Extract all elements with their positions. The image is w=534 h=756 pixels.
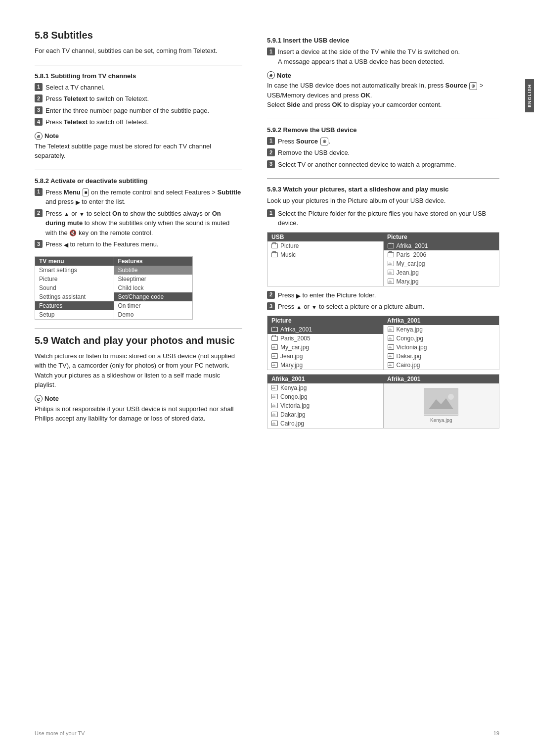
preview-item-kenya[interactable]: Kenya.jpg	[267, 383, 383, 392]
tv-menu-item-settings-assistant: Settings assistant	[35, 292, 114, 301]
note-591-text: In case the USB device does not automati…	[267, 81, 499, 110]
preview-item-victoria[interactable]: Victoria.jpg	[267, 401, 383, 410]
note-581-text: The Teletext subtitle page must be store…	[35, 142, 242, 161]
tv-menu-item-features[interactable]: Features	[35, 301, 114, 310]
img-icon-kenya-p	[271, 385, 278, 390]
tv-menu-item-setup: Setup	[35, 310, 114, 319]
pic-item-kenya[interactable]: Kenya.jpg	[384, 325, 499, 334]
section-58-title: 5.8 Subtitles	[35, 30, 242, 41]
preview-image-area: Kenya.jpg	[384, 383, 499, 428]
step-num-1: 1	[35, 83, 43, 91]
preview-header-col2: Afrika_2001	[383, 375, 499, 383]
preview-item-congo[interactable]: Congo.jpg	[267, 392, 383, 401]
step-content-581-1: Select a TV channel.	[45, 83, 242, 93]
preview-img-placeholder	[424, 388, 458, 416]
step-592-3: 3 Select TV or another connected device …	[267, 160, 499, 170]
usb-item-picture[interactable]: Picture	[267, 241, 383, 250]
pic-item-dakar[interactable]: Dakar.jpg	[384, 352, 499, 361]
tv-menu-item-set-change-code[interactable]: Set/Change code	[114, 292, 193, 301]
img-icon-mary2	[271, 362, 278, 368]
left-column: 5.8 Subtitles For each TV channel, subti…	[35, 30, 262, 726]
img-icon-mary	[388, 279, 394, 284]
preview-item-dakar[interactable]: Dakar.jpg	[267, 410, 383, 419]
img-icon-cairo-p	[271, 421, 278, 426]
picture-table-header-picture: Picture	[267, 316, 383, 325]
picture-table: Picture Afrika_2001 Afrika_2001 Paris_20…	[267, 316, 499, 370]
step-content-593-3: Press ▲ or ▼ to select a picture or a pi…	[278, 302, 499, 312]
step-581-3: 3 Enter the three number page number of …	[35, 106, 242, 116]
steps-581: 1 Select a TV channel. 2 Press Teletext …	[35, 83, 242, 127]
pic-item-mary[interactable]: Mary.jpg	[267, 361, 383, 370]
folder-icon-paris	[388, 252, 394, 257]
divider-581	[35, 65, 242, 65]
picture-table-header-afrika: Afrika_2001	[383, 316, 499, 325]
preview-item-cairo[interactable]: Cairo.jpg	[267, 419, 383, 428]
usb-item-mary[interactable]: Mary.jpg	[384, 277, 499, 286]
pic-item-mycar[interactable]: My_car.jpg	[267, 343, 383, 352]
step-content-582-1: Press Menu ■ on the remote control and s…	[45, 188, 242, 207]
folder-icon-picture	[271, 243, 278, 248]
img-icon-jean2	[271, 353, 278, 359]
step-num-582-3: 3	[35, 240, 43, 248]
steps-582: 1 Press Menu ■ on the remote control and…	[35, 188, 242, 249]
pic-item-congo[interactable]: Congo.jpg	[384, 334, 499, 343]
section-59-intro: Watch pictures or listen to music stored…	[35, 351, 242, 390]
step-content-582-2: Press ▲ or ▼ to select On to show the su…	[45, 209, 242, 238]
step-582-1: 1 Press Menu ■ on the remote control and…	[35, 188, 242, 207]
step-num-593-1: 1	[267, 209, 275, 217]
img-icon-mycar	[388, 261, 394, 266]
usb-item-music[interactable]: Music	[267, 250, 383, 259]
pic-item-afrika2001[interactable]: Afrika_2001	[267, 325, 383, 334]
img-icon-victoria-p	[271, 403, 278, 408]
divider-593	[267, 178, 499, 179]
subsection-582-title: 5.8.2 Activate or deactivate subtitling	[35, 177, 242, 185]
step-581-1: 1 Select a TV channel.	[35, 83, 242, 93]
pic-item-paris2005[interactable]: Paris_2005	[267, 334, 383, 343]
divider-582	[35, 170, 242, 170]
step-num-592-3: 3	[267, 160, 275, 168]
tv-menu-item-subtitle[interactable]: Subtitle	[114, 266, 193, 275]
note-59-text: Philips is not responsible if your USB d…	[35, 404, 242, 424]
tv-menu-item-on-timer: On timer	[114, 301, 193, 310]
usb-item-jean[interactable]: Jean.jpg	[384, 268, 499, 277]
img-icon-cairo	[388, 362, 394, 368]
section-593-intro: Look up your pictures in the Picture alb…	[267, 196, 499, 206]
picture-table-headers: Picture Afrika_2001	[267, 316, 499, 325]
folder-icon-paris2005	[271, 336, 278, 341]
preview-table: Afrika_2001 Afrika_2001 Kenya.jpg Congo.…	[267, 374, 499, 428]
img-icon-victonia	[388, 344, 394, 350]
note-icon-591: e	[267, 71, 275, 79]
svg-point-2	[448, 394, 454, 400]
tv-menu-item-child-lock: Child lock	[114, 284, 193, 292]
pic-item-jean[interactable]: Jean.jpg	[267, 352, 383, 361]
steps-592: 1 Press Source ⊕. 2 Remove the USB devic…	[267, 137, 499, 170]
picture-table-body: Afrika_2001 Paris_2005 My_car.jpg Jean.j…	[267, 325, 499, 370]
step-582-2: 2 Press ▲ or ▼ to select On to show the …	[35, 209, 242, 238]
usb-item-afrika[interactable]: Afrika_2001	[384, 241, 499, 250]
step-591-1: 1 Insert a device at the side of the TV …	[267, 47, 499, 66]
tv-menu-table: TV menu Smart settings Picture Sound Set…	[35, 256, 193, 320]
preview-list: Kenya.jpg Congo.jpg Victoria.jpg Dakar.j…	[267, 383, 384, 428]
step-content-592-2: Remove the USB device.	[278, 148, 499, 158]
source-icon-591: ⊕	[469, 82, 477, 90]
usb-table-header-usb: USB	[267, 233, 383, 241]
folder-icon-africa2001	[271, 327, 278, 332]
divider-592	[267, 119, 499, 119]
step-num-4: 4	[35, 118, 43, 126]
step-num-592-1: 1	[267, 137, 275, 145]
step-content-593-1: Select the Picture folder for the pictur…	[278, 209, 499, 228]
step-content-593-2: Press ▶ to enter the Picture folder.	[278, 290, 499, 300]
usb-item-paris[interactable]: Paris_2006	[384, 250, 499, 259]
pic-item-victonia[interactable]: Victonia.jpg	[384, 343, 499, 352]
note-59: e Note Philips is not responsible if you…	[35, 395, 242, 424]
step-content-581-4: Press Teletext to switch off Teletext.	[45, 117, 242, 127]
pic-item-cairo[interactable]: Cairo.jpg	[384, 361, 499, 370]
section-59-title: 5.9 Watch and play your photos and music	[35, 335, 242, 346]
steps-593-1: 1 Select the Picture folder for the pict…	[267, 209, 499, 228]
usb-item-mycar[interactable]: My_car.jpg	[384, 259, 499, 268]
step-593-1: 1 Select the Picture folder for the pict…	[267, 209, 499, 228]
preview-table-headers: Afrika_2001 Afrika_2001	[267, 375, 499, 383]
step-581-2: 2 Press Teletext to switch on Teletext.	[35, 94, 242, 104]
folder-icon-music	[271, 252, 278, 257]
img-icon-dakar-p	[271, 412, 278, 417]
